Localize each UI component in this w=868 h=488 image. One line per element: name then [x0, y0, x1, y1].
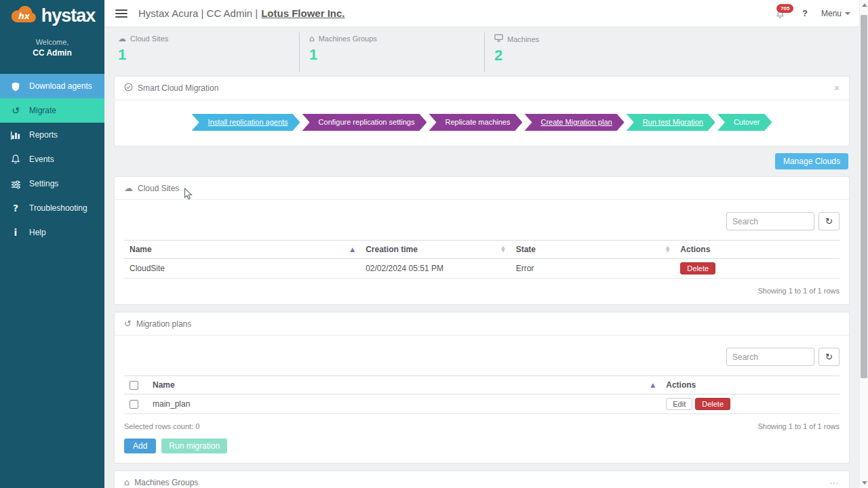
page-scrollbar: [859, 0, 868, 488]
manage-clouds-button[interactable]: Manage Clouds: [775, 153, 848, 169]
notifications-button[interactable]: 705: [775, 9, 789, 23]
step-install-replication-agents[interactable]: Install replication agents: [192, 114, 300, 131]
scroll-up-arrow-icon[interactable]: [862, 3, 867, 7]
refresh-icon[interactable]: ↻: [818, 348, 840, 366]
migration-steps: Install replication agents Configure rep…: [124, 110, 840, 136]
panel-title: Migration plans: [136, 319, 191, 329]
cell-name: CloudSite: [124, 259, 360, 279]
stat-label: Cloud Sites: [130, 35, 168, 43]
step-replicate-machines[interactable]: Replicate machines: [429, 114, 522, 131]
stat-value: 2: [494, 47, 669, 64]
cell-creation-time: 02/02/2024 05:51 PM: [360, 259, 511, 279]
close-icon[interactable]: ×: [834, 83, 840, 93]
sidebar-item-migrate[interactable]: ↺ Migrate: [0, 98, 104, 123]
cloud-icon: ☁: [118, 34, 126, 43]
column-state[interactable]: State▲▼: [511, 241, 675, 259]
monitor-icon: [494, 34, 503, 44]
table-header-row: Name▲ Creation time▲▼ State▲▼ Actions: [124, 241, 840, 259]
cell-actions: EditDelete: [660, 394, 840, 414]
delete-button[interactable]: Delete: [680, 262, 715, 274]
stat-machines: Machines 2: [484, 33, 669, 72]
sort-asc-icon[interactable]: ▲: [650, 382, 655, 388]
hamburger-menu-icon[interactable]: [115, 7, 127, 20]
sidebar: hx hystax Welcome, CC Admin Download age…: [0, 0, 104, 488]
refresh-icon[interactable]: ↻: [818, 212, 840, 230]
organization-link[interactable]: Lotus Flower Inc.: [261, 7, 344, 19]
cloud-icon: ☁: [124, 183, 133, 193]
menu-dropdown[interactable]: Menu: [821, 9, 850, 18]
bell-icon: [9, 154, 22, 165]
scroll-down-arrow-icon[interactable]: [862, 481, 867, 485]
stat-machines-groups: ⌂Machines Groups 1: [299, 33, 484, 72]
topbar: Hystax Acura | CC Admin | Lotus Flower I…: [104, 0, 868, 27]
add-button[interactable]: Add: [124, 439, 156, 453]
cell-actions: Delete: [675, 259, 840, 279]
stat-value: 1: [118, 46, 299, 64]
select-all-checkbox[interactable]: [130, 381, 138, 390]
row-checkbox[interactable]: [130, 400, 138, 409]
sidebar-item-settings[interactable]: Settings: [0, 171, 104, 196]
column-creation-time[interactable]: Creation time▲▼: [360, 241, 511, 259]
step-create-migration-plan[interactable]: Create Migration plan: [524, 114, 624, 131]
cloud-sites-panel: ☁ Cloud Sites ↻ Name▲ Creation time▲▼ St…: [114, 176, 850, 305]
delete-button[interactable]: Delete: [695, 398, 730, 410]
cloud-sites-search-input[interactable]: [726, 212, 814, 230]
column-actions: Actions: [660, 376, 840, 394]
step-configure-replication-settings[interactable]: Configure replication settings: [302, 114, 427, 131]
sidebar-item-label: Settings: [29, 179, 58, 188]
welcome-block: Welcome, CC Admin: [0, 38, 104, 58]
panel-menu-icon[interactable]: ⋯: [829, 478, 840, 487]
bar-chart-icon: [9, 129, 22, 140]
sidebar-item-help[interactable]: i Help: [0, 220, 104, 245]
column-select-all: [124, 376, 147, 394]
cloud-logo-icon: hx: [8, 5, 38, 27]
column-name[interactable]: Name▲: [147, 376, 660, 394]
sidebar-item-label: Reports: [29, 130, 58, 140]
info-icon: i: [9, 227, 22, 238]
cell-name: main_plan: [147, 394, 660, 414]
chevron-down-icon: [845, 12, 850, 15]
step-cutover[interactable]: Cutover: [717, 114, 772, 131]
table-row: main_plan EditDelete: [124, 394, 840, 414]
edit-button[interactable]: Edit: [666, 398, 692, 410]
table-header-row: Name▲ Actions: [124, 376, 840, 394]
sidebar-item-label: Migrate: [29, 106, 56, 115]
sidebar-item-troubleshooting[interactable]: ? Troubleshooting: [0, 196, 104, 220]
scrollbar-thumb[interactable]: [861, 15, 867, 378]
wizard-body: Install replication agents Configure rep…: [115, 100, 849, 146]
sort-icon[interactable]: ▲▼: [501, 246, 505, 253]
sort-asc-icon[interactable]: ▲: [350, 246, 355, 253]
history-icon: ↺: [9, 105, 22, 116]
stat-cloud-sites: ☁Cloud Sites 1: [114, 33, 299, 72]
stat-value: 1: [309, 46, 484, 64]
home-icon: ⌂: [309, 34, 315, 43]
help-button[interactable]: ?: [802, 8, 808, 18]
migration-plans-search-input[interactable]: [726, 348, 814, 366]
sort-icon[interactable]: ▲▼: [666, 246, 669, 253]
sidebar-item-events[interactable]: Events: [0, 147, 104, 171]
notification-count-badge: 705: [776, 4, 793, 13]
sidebar-item-label: Help: [29, 228, 46, 237]
panel-title: Machines Groups: [134, 478, 198, 487]
step-run-test-migration[interactable]: Run test Migration: [627, 114, 715, 131]
sidebar-nav: Download agents ↺ Migrate Reports Events…: [0, 74, 104, 245]
sidebar-item-reports[interactable]: Reports: [0, 123, 104, 147]
stat-label: Machines Groups: [319, 35, 377, 43]
run-migration-button[interactable]: Run migration: [161, 439, 227, 453]
table-row: CloudSite 02/02/2024 05:51 PM Error Dele…: [124, 259, 840, 279]
sidebar-item-download-agents[interactable]: Download agents: [0, 74, 104, 98]
menu-label: Menu: [821, 9, 842, 18]
shield-icon: [9, 81, 22, 92]
home-icon: ⌂: [124, 477, 130, 487]
topbar-actions: 705 ? Menu: [775, 4, 850, 23]
migration-plans-panel: ↺ Migration plans ↻ Name▲ Actions: [114, 312, 850, 464]
selected-rows-count: Selected rows count: 0: [124, 422, 199, 430]
app-title: Hystax Acura | CC Admin |: [138, 7, 258, 19]
sliders-icon: [9, 178, 22, 189]
brand-name: hystax: [41, 5, 96, 26]
column-name[interactable]: Name▲: [124, 241, 360, 259]
sidebar-item-label: Events: [29, 155, 54, 164]
stat-label: Machines: [507, 35, 539, 43]
current-user: CC Admin: [0, 48, 104, 58]
brand-logo[interactable]: hx hystax: [0, 0, 104, 30]
